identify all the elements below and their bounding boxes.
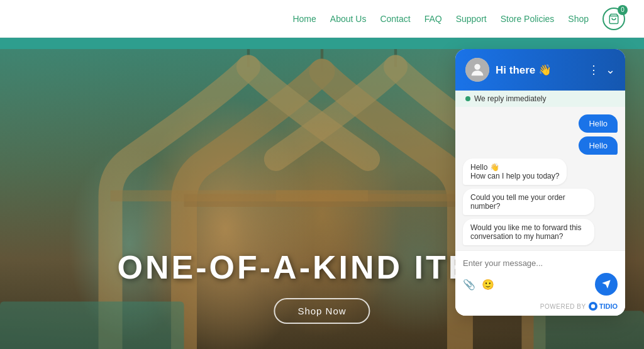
send-icon: [601, 279, 611, 289]
message-bubble: Hello: [579, 136, 618, 155]
status-dot: [465, 96, 470, 101]
nav-faq[interactable]: FAQ: [425, 14, 442, 24]
chat-input-area: 📎 🙂: [455, 250, 625, 299]
chat-footer: POWERED BY TIDIO: [455, 299, 625, 316]
message-bubble: Could you tell me your order number?: [463, 189, 594, 215]
svg-point-10: [474, 64, 480, 70]
svg-point-11: [591, 304, 594, 308]
chat-widget: Hi there 👋 ⋮ ⌄ We reply immediately Hell…: [455, 49, 625, 316]
tidio-label: TIDIO: [599, 302, 618, 310]
message-left-3: Would you like me to forward this conver…: [463, 219, 618, 245]
avatar: [465, 58, 489, 82]
svg-rect-7: [0, 302, 184, 349]
tidio-icon: [589, 302, 597, 311]
emoji-icon[interactable]: 🙂: [482, 279, 494, 291]
chat-more-icon[interactable]: ⋮: [588, 63, 599, 77]
cart-icon: [608, 13, 619, 25]
message-right-2: Hello: [463, 136, 618, 155]
chat-input-icons: 📎 🙂: [463, 279, 494, 291]
chat-greeting: Hi there 👋: [496, 64, 582, 77]
nav-contact[interactable]: Contact: [380, 14, 410, 24]
chat-status-bar: We reply immediately: [455, 91, 625, 107]
nav-shop[interactable]: Shop: [568, 14, 589, 24]
tidio-logo: TIDIO: [589, 302, 618, 311]
chat-status-text: We reply immediately: [474, 94, 546, 103]
message-right-1: Hello: [463, 114, 618, 133]
message-bubble: Would you like me to forward this conver…: [463, 219, 594, 245]
teal-banner: [0, 38, 644, 49]
shop-now-button[interactable]: Shop Now: [274, 298, 370, 324]
nav-store-policies[interactable]: Store Policies: [501, 14, 555, 24]
chat-message-input[interactable]: [463, 256, 618, 270]
send-button[interactable]: [595, 273, 618, 296]
cart-badge: 0: [618, 5, 628, 15]
tidio-logo-icon: [591, 304, 596, 309]
chat-input-actions: 📎 🙂: [463, 273, 618, 296]
cart-button[interactable]: 0: [602, 8, 625, 30]
navbar: Home About Us Contact FAQ Support Store …: [0, 0, 644, 38]
nav-links: Home About Us Contact FAQ Support Store …: [292, 8, 625, 30]
message-bubble: Hello: [579, 114, 618, 133]
message-left-1: Hello 👋How can I help you today?: [463, 158, 618, 185]
powered-by-label: POWERED BY: [540, 303, 586, 310]
message-left-2: Could you tell me your order number?: [463, 189, 618, 215]
nav-support[interactable]: Support: [456, 14, 487, 24]
chat-header-actions: ⋮ ⌄: [588, 63, 615, 77]
nav-about[interactable]: About Us: [330, 14, 367, 24]
svg-rect-8: [533, 311, 644, 349]
chat-header: Hi there 👋 ⋮ ⌄: [455, 49, 625, 91]
nav-home[interactable]: Home: [292, 14, 316, 24]
attachment-icon[interactable]: 📎: [463, 279, 475, 291]
avatar-circle: [465, 58, 489, 82]
chat-messages: Hello Hello Hello 👋How can I help you to…: [455, 107, 625, 250]
message-bubble: Hello 👋How can I help you today?: [463, 158, 567, 185]
user-avatar-icon: [469, 61, 486, 79]
chat-minimize-icon[interactable]: ⌄: [606, 63, 615, 77]
